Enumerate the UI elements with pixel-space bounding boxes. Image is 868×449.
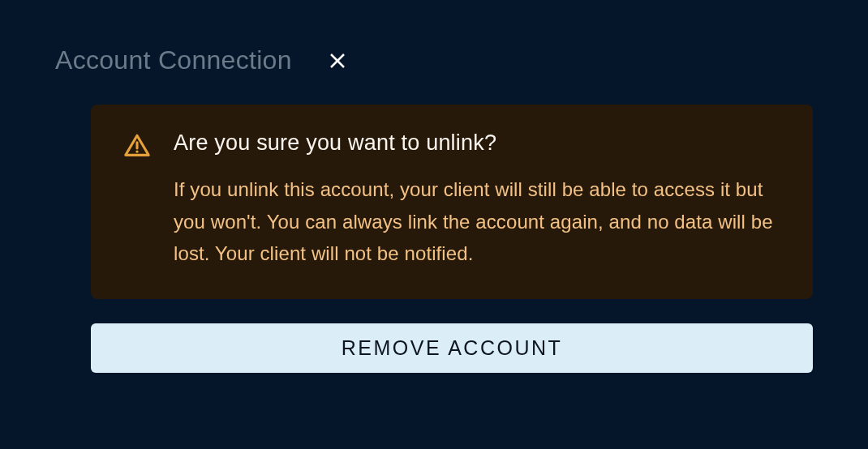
warning-card: Are you sure you want to unlink? If you … bbox=[91, 105, 813, 299]
warning-heading: Are you sure you want to unlink? bbox=[174, 130, 780, 156]
warning-content: Are you sure you want to unlink? If you … bbox=[174, 130, 780, 270]
remove-account-button[interactable]: REMOVE ACCOUNT bbox=[91, 323, 813, 373]
warning-triangle-icon bbox=[123, 132, 151, 160]
close-button[interactable] bbox=[324, 48, 350, 74]
warning-body: If you unlink this account, your client … bbox=[174, 173, 780, 270]
dialog-header: Account Connection bbox=[55, 45, 813, 75]
unlink-account-dialog: Account Connection Are you sure you want… bbox=[0, 0, 868, 418]
dialog-title: Account Connection bbox=[55, 45, 292, 75]
close-icon bbox=[328, 51, 347, 71]
svg-point-3 bbox=[135, 150, 138, 152]
